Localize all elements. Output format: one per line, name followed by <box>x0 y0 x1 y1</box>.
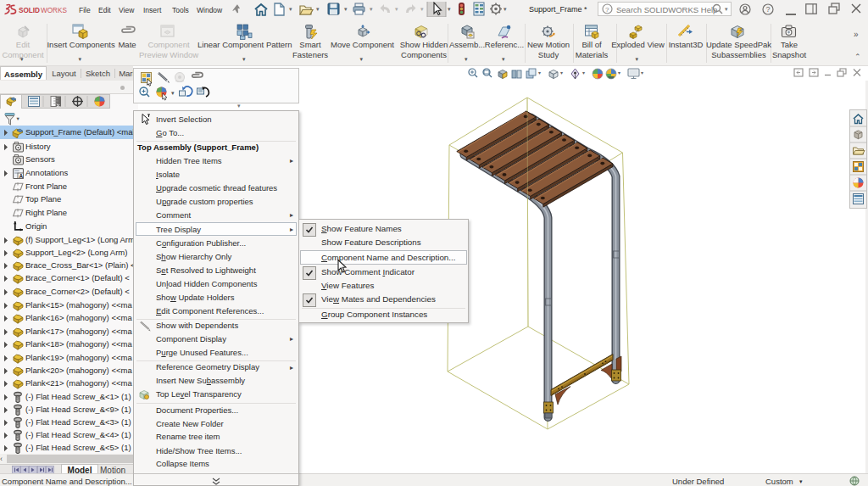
svg-text:▾: ▾ <box>538 70 541 75</box>
svg-text:▾: ▾ <box>171 90 175 96</box>
svg-text:▾: ▾ <box>420 6 424 12</box>
svg-text:▾: ▾ <box>448 6 451 12</box>
svg-text:▾: ▾ <box>504 6 507 12</box>
svg-text:▾: ▾ <box>560 70 563 75</box>
svg-text:▾: ▾ <box>289 6 292 12</box>
svg-text:▾: ▾ <box>582 70 585 75</box>
svg-text:▾: ▾ <box>370 6 373 12</box>
svg-text:▾: ▾ <box>641 70 643 75</box>
svg-text:▾: ▾ <box>618 70 620 75</box>
svg-text:A: A <box>19 172 23 178</box>
svg-text:▾: ▾ <box>316 6 320 12</box>
svg-text:▾: ▾ <box>17 115 20 121</box>
svg-text:SOLID: SOLID <box>19 7 40 14</box>
svg-text:?: ? <box>605 6 609 14</box>
svg-text:▾: ▾ <box>395 6 398 12</box>
svg-text:WORKS: WORKS <box>41 7 67 14</box>
svg-text:?: ? <box>766 5 771 14</box>
svg-text:▾: ▾ <box>344 6 348 12</box>
